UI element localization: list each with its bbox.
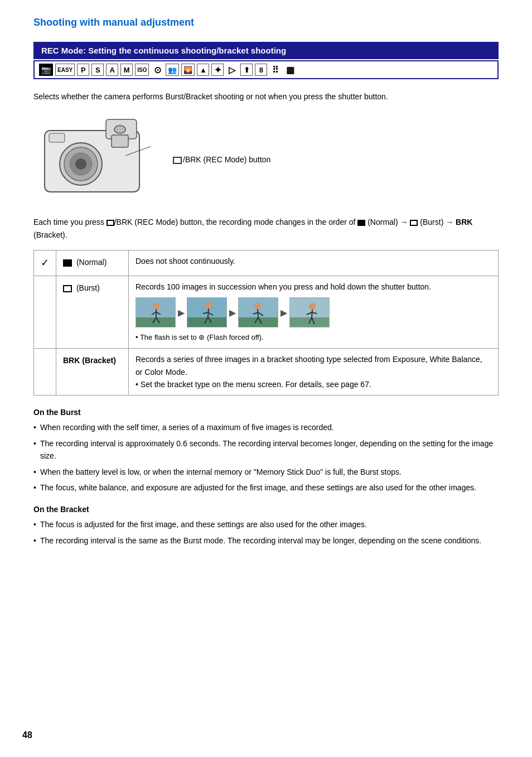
burst-description: Records 100 images in succession when yo…	[136, 282, 431, 291]
rec-mode-note: Each time you press /BRK (REC Mode) butt…	[33, 216, 499, 241]
svg-line-30	[258, 309, 258, 317]
mode-icon-camera: 📷	[39, 64, 53, 76]
mode-label-burst: (Burst)	[76, 283, 100, 292]
on-burst-list: When recording with the self timer, a se…	[33, 421, 499, 494]
svg-rect-7	[112, 135, 128, 147]
burst-img-3	[238, 297, 278, 327]
mode-icon-iso: ISO	[135, 64, 149, 76]
mode-icon-star: ✦	[211, 64, 224, 76]
mode-label-normal: (Normal)	[76, 258, 107, 267]
desc-col-bracket: Records a series of three images in a br…	[129, 349, 499, 396]
table-row-normal: ✓ (Normal) Does not shoot continuously.	[34, 250, 499, 276]
mode-icon-m: M	[120, 64, 133, 76]
mode-icon-easy: EASY	[55, 64, 75, 76]
mode-icons-bar: 📷 EASY P S A M ISO ⊙ 👥 🌄 ▲ ✦ ▷ ⬆ 8 ⠿ ▦	[33, 60, 499, 79]
mode-icon-scene: 🌄	[181, 64, 195, 76]
mode-col-burst: (Burst)	[56, 276, 129, 348]
svg-point-21	[205, 302, 212, 308]
svg-point-6	[75, 158, 86, 170]
mode-icon-p: P	[77, 64, 89, 76]
burst-img-1	[136, 297, 176, 327]
camera-illustration	[33, 114, 156, 205]
mode-icon-circle: ⊙	[151, 64, 163, 76]
svg-point-13	[153, 302, 159, 309]
bracket-description: Records a series of three images in a br…	[136, 355, 482, 376]
camera-button-label: /BRK (REC Mode) button	[173, 155, 270, 164]
mode-col-bracket: BRK (Bracket)	[56, 349, 129, 396]
mode-icon-arrow: ▷	[226, 64, 238, 76]
burst-img-2	[187, 297, 227, 327]
burst-bullet-2: The recording interval is approximately …	[33, 437, 499, 462]
arrow-1: ▶	[178, 306, 185, 320]
mode-banner: REC Mode: Setting the continuous shootin…	[33, 42, 499, 59]
svg-point-37	[309, 303, 316, 310]
table-row-bracket: BRK (Bracket) Records a series of three …	[34, 349, 499, 396]
description-text: Selects whether the camera performs Burs…	[33, 90, 499, 103]
table-row-burst: (Burst) Records 100 images in succession…	[34, 276, 499, 348]
on-bracket-heading: On the Bracket	[33, 505, 499, 514]
camera-section: /BRK (REC Mode) button	[33, 114, 499, 205]
mode-icon-grid: ▦	[284, 64, 296, 76]
check-col-burst	[34, 276, 56, 348]
burst-bullet-1: When recording with the self timer, a se…	[33, 421, 499, 433]
burst-bullet-4: The focus, white balance, and exposure a…	[33, 481, 499, 494]
svg-point-2	[114, 126, 125, 133]
svg-point-29	[254, 302, 261, 309]
mode-icon-triangle: ▲	[197, 64, 209, 76]
checkmark-normal: ✓	[41, 257, 49, 268]
mode-icon-a: A	[106, 64, 118, 76]
modes-table: ✓ (Normal) Does not shoot continuously. …	[33, 250, 499, 396]
mode-icon-s: S	[91, 64, 104, 76]
mode-icon-dots: ⠿	[269, 64, 282, 76]
check-col-normal: ✓	[34, 250, 56, 276]
mode-icon-up: ⬆	[240, 64, 253, 76]
bracket-bullet-1: The focus is adjusted for the first imag…	[33, 518, 499, 531]
arrow-2: ▶	[229, 306, 236, 320]
burst-img-4	[289, 297, 330, 327]
flash-note: • The flash is set to ⊛ (Flash forced of…	[136, 332, 491, 344]
svg-rect-9	[49, 133, 65, 142]
mode-label-bracket: BRK (Bracket)	[63, 356, 116, 365]
bracket-extra-note: • Set the bracket type on the menu scree…	[136, 380, 371, 389]
arrow-3: ▶	[280, 306, 287, 320]
burst-images-row: ▶ ▶	[136, 297, 491, 327]
mode-icon-people: 👥	[166, 64, 179, 76]
mode-col-normal: (Normal)	[56, 250, 129, 276]
burst-bullet-3: When the battery level is low, or when t…	[33, 466, 499, 478]
desc-col-burst: Records 100 images in succession when yo…	[129, 276, 499, 348]
check-col-bracket	[34, 349, 56, 396]
desc-col-normal: Does not shoot continuously.	[129, 250, 499, 276]
page-number: 48	[22, 730, 32, 740]
page-title: Shooting with manual adjustment	[33, 17, 499, 28]
svg-line-38	[312, 310, 312, 317]
on-burst-heading: On the Burst	[33, 408, 499, 417]
on-bracket-list: The focus is adjusted for the first imag…	[33, 518, 499, 547]
mode-icon-8: 8	[255, 64, 267, 76]
bracket-bullet-2: The recording interval is the same as th…	[33, 534, 499, 547]
